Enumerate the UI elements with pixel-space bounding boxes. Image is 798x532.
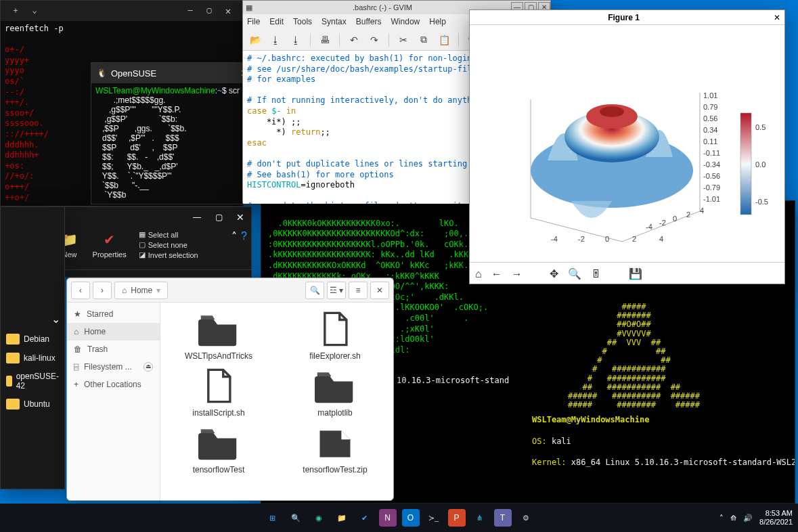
nautilus-sidebar-item[interactable]: ★Starred xyxy=(67,305,160,323)
fetch-user: WSLTeam@MyWindowsMachine xyxy=(532,415,784,426)
chevron-up-icon[interactable]: ˄ xyxy=(231,230,237,243)
tab-dropdown-button[interactable]: ⌄ xyxy=(25,1,44,21)
properties-button[interactable]: ✔Properties xyxy=(93,230,127,259)
new-tab-button[interactable]: ＋ xyxy=(6,1,25,21)
nautilus-sidebar-item[interactable]: +Other Locations xyxy=(67,376,160,393)
menu-item[interactable]: Tools xyxy=(293,17,312,26)
menu-item[interactable]: Edit xyxy=(269,17,284,26)
sidebar-icon: ★ xyxy=(74,309,81,319)
menu-item[interactable]: Syntax xyxy=(322,17,347,26)
folder-icon xyxy=(6,353,20,363)
terminal-icon[interactable]: ≻_ xyxy=(425,509,443,527)
home-icon[interactable]: ⌂ xyxy=(475,268,482,280)
zoom-icon[interactable]: 🔍 xyxy=(568,267,581,280)
close-button[interactable]: ✕ xyxy=(219,1,238,21)
select-all-button[interactable]: ▦ Select all xyxy=(139,230,198,239)
outlook-icon[interactable]: O xyxy=(402,509,420,527)
powerpoint-icon[interactable]: P xyxy=(448,509,466,527)
close-button[interactable]: ✕ xyxy=(774,13,780,22)
search-button[interactable]: 🔍 xyxy=(305,282,324,299)
svg-text:0.79: 0.79 xyxy=(703,103,717,111)
paste-icon[interactable]: 📋 xyxy=(436,32,452,48)
clock[interactable]: 8:53 AM 8/26/2021 xyxy=(759,509,793,527)
nautilus-files-grid[interactable]: WSLTipsAndTricksfileExplorer.shinstallSc… xyxy=(160,303,393,500)
menu-item[interactable]: File xyxy=(247,17,260,26)
figure-titlebar[interactable]: Figure 1 ✕ xyxy=(470,10,784,25)
minimize-button[interactable]: — xyxy=(181,1,200,21)
windows-taskbar[interactable]: ⊞ 🔍 ◉ 📁 ✔ N O ≻_ P ⋔ T ⚙ ˄ ⟰ 🔊 8:53 AM 8… xyxy=(0,504,798,532)
svg-text:-0.34: -0.34 xyxy=(703,160,720,169)
save-icon[interactable]: ⭳ xyxy=(267,32,284,48)
menu-item[interactable]: Help xyxy=(429,17,446,26)
sidebar-label: Trash xyxy=(87,345,108,354)
svg-text:-0.11: -0.11 xyxy=(703,149,720,157)
terminal-body[interactable]: WSLTeam@MyWindowsMachine:~$ scr .;met$$$… xyxy=(91,83,259,202)
location-bar[interactable]: ⌂Home▾ xyxy=(114,282,168,299)
back-icon[interactable]: ← xyxy=(491,268,502,280)
forward-button[interactable]: › xyxy=(93,282,112,299)
sidebar-label: Other Locations xyxy=(84,380,141,389)
explorer-icon[interactable]: 📁 xyxy=(333,509,351,527)
svg-text:0.0: 0.0 xyxy=(755,160,766,169)
open-icon[interactable]: 📂 xyxy=(247,32,263,48)
sidebar-label: Home xyxy=(84,327,106,336)
system-tray[interactable]: ˄ ⟰ 🔊 8:53 AM 8/26/2021 xyxy=(719,509,793,527)
edge-icon[interactable]: ◉ xyxy=(310,509,328,527)
chevron-up-icon[interactable]: ˄ xyxy=(719,514,724,523)
search-icon[interactable]: 🔍 xyxy=(287,509,305,527)
opensuse-titlebar[interactable]: 🐧 OpenSUSE ✕ xyxy=(91,63,259,83)
start-button[interactable]: ⊞ xyxy=(264,509,282,527)
distro-item[interactable]: Debian xyxy=(1,330,64,349)
invert-selection-button[interactable]: ◪ Invert selection xyxy=(139,250,198,259)
maximize-button[interactable]: ▢ xyxy=(200,1,219,21)
select-none-button[interactable]: ▢ Select none xyxy=(139,240,198,249)
close-button[interactable]: ✕ xyxy=(229,207,251,227)
cut-icon[interactable]: ✂ xyxy=(395,32,412,48)
file-item[interactable]: fileExplorer.sh xyxy=(290,311,380,361)
close-button[interactable]: ✕ xyxy=(370,282,389,299)
vscode-icon[interactable]: ⋔ xyxy=(471,509,489,527)
file-item[interactable]: matplotlib xyxy=(290,368,380,418)
list-view-button[interactable]: ☲ ▾ xyxy=(327,282,346,299)
menu-item[interactable]: Window xyxy=(391,17,420,26)
svg-text:4: 4 xyxy=(700,206,704,215)
maximize-button[interactable]: ▢ xyxy=(208,207,229,227)
nautilus-sidebar-item[interactable]: 🗑Trash xyxy=(67,340,160,358)
distro-item[interactable]: openSUSE-42 xyxy=(1,368,64,395)
fetch-kernel: Kernel: x86_64 Linux 5.10.16.3-microsoft… xyxy=(532,458,784,468)
terminal-titlebar[interactable]: ＋ ⌄ — ▢ ✕ xyxy=(1,1,243,21)
volume-icon[interactable]: 🔊 xyxy=(743,514,753,523)
nautilus-sidebar-item[interactable]: ⌂Home xyxy=(67,323,160,340)
back-button[interactable]: ‹ xyxy=(71,282,90,299)
fetch-os: OS: kali xyxy=(532,437,784,447)
copy-icon[interactable]: ⧉ xyxy=(416,32,432,48)
minimize-button[interactable]: — xyxy=(186,207,208,227)
menu-button[interactable]: ≡ xyxy=(349,282,368,299)
explorer-sidebar-window: ⌄ Debiankali-linuxopenSUSE-42Ubuntu xyxy=(0,206,65,489)
save-icon[interactable]: 💾 xyxy=(629,267,642,280)
pan-icon[interactable]: ✥ xyxy=(550,267,558,280)
svg-text:4: 4 xyxy=(659,235,663,243)
file-item[interactable]: installScript.sh xyxy=(174,368,263,418)
forward-icon[interactable]: → xyxy=(512,268,523,280)
distro-item[interactable]: Ubuntu xyxy=(1,395,64,414)
distro-item[interactable]: kali-linux xyxy=(1,349,64,368)
chevron-down-icon[interactable]: ⌄ xyxy=(51,313,60,326)
nautilus-sidebar-item[interactable]: ⌸Filesystem ...⏏ xyxy=(67,358,160,376)
onenote-icon[interactable]: N xyxy=(379,509,397,527)
help-icon[interactable]: ? xyxy=(241,230,247,243)
saveall-icon[interactable]: ⭳ xyxy=(288,32,304,48)
file-item[interactable]: tensorflowTest xyxy=(174,424,263,474)
file-item[interactable]: WSLTipsAndTricks xyxy=(174,311,263,361)
wifi-icon[interactable]: ⟰ xyxy=(730,514,736,523)
redo-icon[interactable]: ↷ xyxy=(366,32,382,48)
menu-item[interactable]: Buffers xyxy=(356,17,382,26)
undo-icon[interactable]: ↶ xyxy=(346,32,362,48)
print-icon[interactable]: 🖶 xyxy=(317,32,333,48)
file-item[interactable]: tensorflowTest.zip xyxy=(290,424,380,474)
teams-icon[interactable]: T xyxy=(494,509,512,527)
todo-icon[interactable]: ✔ xyxy=(356,509,374,527)
configure-icon[interactable]: 🎚 xyxy=(591,268,602,280)
eject-icon[interactable]: ⏏ xyxy=(143,362,153,372)
settings-icon[interactable]: ⚙ xyxy=(517,509,535,527)
